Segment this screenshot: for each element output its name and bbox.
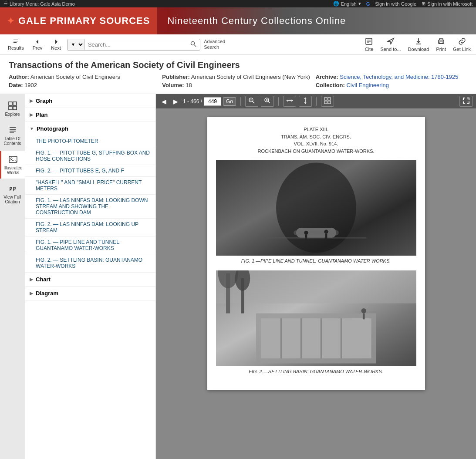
nav-illustrated-works[interactable]: Illustrated Works <box>0 151 25 179</box>
header-banner: ✦ GALE PRIMARY SOURCES Nineteenth Centur… <box>0 7 476 34</box>
library-menu-label: Library Menu: Gale Asia Demo <box>10 1 75 7</box>
svg-line-1 <box>194 45 196 47</box>
svg-rect-31 <box>328 101 331 104</box>
next-button[interactable]: Next <box>48 37 64 51</box>
language-selector[interactable]: 🌐 English ▾ <box>333 1 361 7</box>
print-label: Print <box>436 47 446 52</box>
google-account-icon[interactable]: G <box>366 1 370 7</box>
toc-section-photograph-header[interactable]: ▼ Photograph <box>25 122 155 135</box>
toc-section-plan: ▶ Plan <box>25 108 155 122</box>
get-link-label: Get Link <box>453 47 471 52</box>
toc-scroll[interactable]: ▶ Graph ▶ Plan ▼ Photograph THE PHOTO-PI… <box>25 94 155 459</box>
svg-rect-17 <box>9 156 17 162</box>
nav-illustrated-works-label: Illustrated Works <box>3 165 23 175</box>
viewer-next-button[interactable]: ▶ <box>171 97 180 106</box>
search-input[interactable] <box>84 40 187 50</box>
sign-in-microsoft[interactable]: ⊞ Sign in with Microsoft <box>422 1 473 7</box>
toc-link-settling-basin[interactable]: FIG. 2. — SETTLING BASIN: GUANTANAMO WAT… <box>25 254 155 272</box>
sign-in-google-label: Sign in with Google <box>375 1 416 7</box>
photo-2-image <box>216 270 416 366</box>
fit-width-button[interactable] <box>283 96 296 107</box>
toc-section-plan-header[interactable]: ▶ Plan <box>25 108 155 122</box>
archive-link[interactable]: Science, Technology, and Medicine: 1780-… <box>340 74 458 80</box>
get-link-button[interactable]: Get Link <box>453 37 471 52</box>
toc-section-chart-header[interactable]: ▶ Chart <box>25 273 155 286</box>
toc-panel: ▶ Graph ▶ Plan ▼ Photograph THE PHOTO-PI… <box>25 94 156 459</box>
chevron-right-icon: ▶ <box>30 277 33 282</box>
library-menu: ☰ Library Menu: Gale Asia Demo <box>3 1 75 7</box>
toc-chart-label: Chart <box>36 276 51 283</box>
toc-graph-label: Graph <box>36 98 52 104</box>
nav-table-of-contents[interactable]: Table Of Contents <box>0 122 25 149</box>
toc-link-pipe-line[interactable]: FIG. 1. — PIPE LINE AND TUNNEL: GUANTANA… <box>25 236 155 254</box>
plate-line-4: ROCKENBACH ON GUANTANAMO WATER-WORKS. <box>216 148 416 155</box>
toc-link-las-ninfas-up[interactable]: FIG. 2. — LAS NINFAS DAM: LOOKING UP STR… <box>25 219 155 236</box>
toc-photograph-label: Photograph <box>37 125 68 132</box>
figure-1: FIG. 1.—PIPE LINE AND TUNNEL: GUANTANAMO… <box>216 160 416 263</box>
toc-link-pitot-tubes-ef[interactable]: FIG. 2. — PITOT TUBES E, G, AND F <box>25 165 155 177</box>
chevron-right-icon: ▶ <box>30 291 33 296</box>
print-button[interactable]: Print <box>436 37 446 52</box>
volume-value: 18 <box>186 82 192 88</box>
document-meta: Author: American Society of Civil Engine… <box>9 74 467 88</box>
author-value: American Society of Civil Engineers <box>30 74 120 80</box>
nav-explore-label: Explore <box>5 112 20 117</box>
zoom-in-button[interactable] <box>261 96 274 107</box>
language-label: English <box>341 1 357 7</box>
photo-1-image <box>216 160 416 256</box>
viewer-content[interactable]: PLATE XIII. TRANS. AM. SOC. CIV. ENGRS. … <box>156 108 476 459</box>
fit-height-button[interactable] <box>299 96 312 107</box>
send-to-icon <box>386 37 395 46</box>
fit-width-icon <box>286 97 293 104</box>
toc-photograph-sublist: THE PHOTO-PITOMETER FIG. 1. — PITOT TUBE… <box>25 135 155 272</box>
collection-title: Nineteenth Century Collections Online <box>157 15 346 27</box>
prev-label: Prev <box>33 45 43 51</box>
go-button[interactable]: Go <box>223 97 236 106</box>
search-submit-button[interactable] <box>187 39 200 50</box>
sign-in-google[interactable]: Sign in with Google <box>375 1 416 7</box>
download-button[interactable]: Download <box>408 37 429 52</box>
results-button[interactable]: Results <box>5 37 27 51</box>
nav-view-full-citation[interactable]: View Full Citation <box>0 180 25 208</box>
prev-icon <box>34 38 41 45</box>
fullscreen-button[interactable] <box>459 96 473 107</box>
svg-line-23 <box>268 101 270 103</box>
toolbar-actions: Cite Send to... Download Print Get Link <box>365 37 471 52</box>
toc-link-pitot-tube-g[interactable]: FIG. 1. — PITOT TUBE G, STUFFING-BOX AND… <box>25 147 155 165</box>
nav-toc-label: Table Of Contents <box>2 136 23 146</box>
nav-citation-label: View Full Citation <box>2 195 23 204</box>
toc-link-haskell[interactable]: "HASKELL" AND "SMALL PRICE" CURRENT METE… <box>25 177 155 195</box>
chevron-right-icon: ▶ <box>30 112 33 117</box>
prev-button[interactable]: Prev <box>30 37 45 51</box>
svg-rect-9 <box>9 102 12 105</box>
toc-link-las-ninfas-down[interactable]: FIG. 1. — LAS NINFAS DAM: LOOKING DOWN S… <box>25 195 155 219</box>
svg-rect-40 <box>325 234 327 239</box>
page-input[interactable] <box>204 97 221 106</box>
send-to-button[interactable]: Send to... <box>380 37 401 52</box>
collection-link[interactable]: Civil Engineering <box>346 82 389 88</box>
thumbnail-view-button[interactable] <box>321 96 334 107</box>
svg-rect-54 <box>362 314 365 320</box>
separator <box>240 97 241 106</box>
search-type-select[interactable]: ▾ <box>68 39 84 50</box>
toc-section-graph: ▶ Graph <box>25 94 155 108</box>
toc-section-diagram-header[interactable]: ▶ Diagram <box>25 287 155 300</box>
toc-link-photo-pitometer[interactable]: THE PHOTO-PITOMETER <box>25 135 155 147</box>
toc-plan-label: Plan <box>36 111 47 118</box>
nav-explore[interactable]: Explore <box>0 98 25 120</box>
cite-button[interactable]: Cite <box>365 37 373 52</box>
toc-section-graph-header[interactable]: ▶ Graph <box>25 94 155 108</box>
search-icon <box>190 41 196 47</box>
top-bar-actions: 🌐 English ▾ G Sign in with Google ⊞ Sign… <box>333 1 473 7</box>
svg-rect-38 <box>305 235 307 240</box>
figure-2-caption: FIG. 2.—SETTLING BASIN: GUANTANAMO WATER… <box>216 369 416 374</box>
brand-name: GALE PRIMARY SOURCES <box>18 15 150 27</box>
zoom-out-icon <box>248 97 255 104</box>
zoom-out-button[interactable] <box>245 96 258 107</box>
cite-label: Cite <box>365 47 374 52</box>
advanced-search-link[interactable]: Advanced Search <box>204 39 225 50</box>
send-to-label: Send to... <box>380 47 401 52</box>
publisher-value: American Society of Civil Engineers (New… <box>191 74 310 80</box>
viewer-prev-button[interactable]: ◀ <box>159 97 169 106</box>
next-icon <box>53 38 60 45</box>
